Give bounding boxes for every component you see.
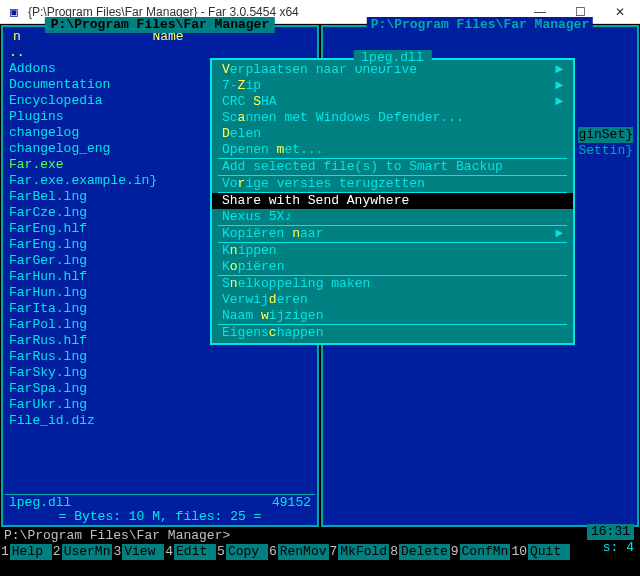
fkey-mkfold[interactable]: 7MkFold: [329, 544, 390, 560]
file-row[interactable]: FarSky.lng: [9, 365, 311, 381]
menu-item[interactable]: Naam wijzigen: [212, 308, 573, 324]
menu-item[interactable]: Vorige versies terugzetten: [212, 176, 573, 192]
left-panel-title: P:\Program Files\Far Manager: [45, 17, 275, 33]
context-menu-title: lpeg.dll: [353, 50, 431, 66]
selected-file-size: 49152: [272, 495, 311, 511]
right-panel-title: P:\Program Files\Far Manager: [367, 17, 593, 33]
fkey-usermn[interactable]: 2UserMn: [52, 544, 113, 560]
console-area: P:\Program Files\Far Manager n Name ..Ad…: [0, 24, 640, 576]
menu-item[interactable]: Openen met...: [212, 142, 573, 158]
menu-item[interactable]: Add selected file(s) to Smart Backup: [212, 159, 573, 175]
menu-item[interactable]: 7-Zip►: [212, 78, 573, 94]
menu-item[interactable]: Share with Send Anywhere: [212, 193, 573, 209]
submenu-arrow-icon: ►: [555, 78, 563, 94]
menu-item[interactable]: Verwijderen: [212, 292, 573, 308]
menu-item[interactable]: Nexus 5X♪: [212, 209, 573, 225]
close-button[interactable]: ✕: [600, 0, 640, 24]
col-header-n: n: [9, 29, 25, 45]
file-row[interactable]: FarUkr.lng: [9, 397, 311, 413]
menu-item[interactable]: Delen: [212, 126, 573, 142]
command-line[interactable]: P:\Program Files\Far Manager>: [0, 528, 640, 544]
menu-item[interactable]: Kopiëren naar►: [212, 226, 573, 242]
menu-item[interactable]: Kopiëren: [212, 259, 573, 275]
menu-item[interactable]: CRC SHA►: [212, 94, 573, 110]
submenu-arrow-icon: ►: [555, 226, 563, 242]
right-panel-fragment: ginSet}Settin}: [578, 127, 633, 159]
file-row[interactable]: FarRus.lng: [9, 349, 311, 365]
fkey-confmn[interactable]: 9ConfMn: [450, 544, 511, 560]
fkey-quit[interactable]: 10Quit: [510, 544, 570, 560]
menu-item[interactable]: Scannen met Windows Defender...: [212, 110, 573, 126]
fkey-copy[interactable]: 5Copy: [216, 544, 268, 560]
fkey-renmov[interactable]: 6RenMov: [268, 544, 329, 560]
app-icon: ▣: [4, 2, 24, 22]
file-row[interactable]: FarSpa.lng: [9, 381, 311, 397]
submenu-arrow-icon: ►: [555, 62, 563, 78]
function-key-bar: 1Help2UserMn3View4Edit5Copy6RenMov7MkFol…: [0, 544, 640, 560]
fkey-help[interactable]: 1Help: [0, 544, 52, 560]
context-menu[interactable]: lpeg.dll Verplaatsen naar OneDrive►7-Zip…: [210, 58, 575, 345]
left-panel-footer: lpeg.dll 49152 = Bytes: 10 M, files: 25 …: [3, 494, 317, 525]
submenu-arrow-icon: ►: [555, 94, 563, 110]
menu-item[interactable]: Eigenschappen: [212, 325, 573, 341]
fkey-delete[interactable]: 8Delete: [389, 544, 450, 560]
panel-info: Bytes: 10 M, files: 25: [74, 509, 246, 524]
menu-item[interactable]: Knippen: [212, 243, 573, 259]
fkey-edit[interactable]: 4Edit: [164, 544, 216, 560]
fkey-view[interactable]: 3View: [112, 544, 164, 560]
time-badge: 16:31: [587, 524, 634, 540]
menu-item[interactable]: Snelkoppeling maken: [212, 276, 573, 292]
file-row[interactable]: File_id.diz: [9, 413, 311, 429]
files-count-right: s: 4: [603, 540, 634, 556]
